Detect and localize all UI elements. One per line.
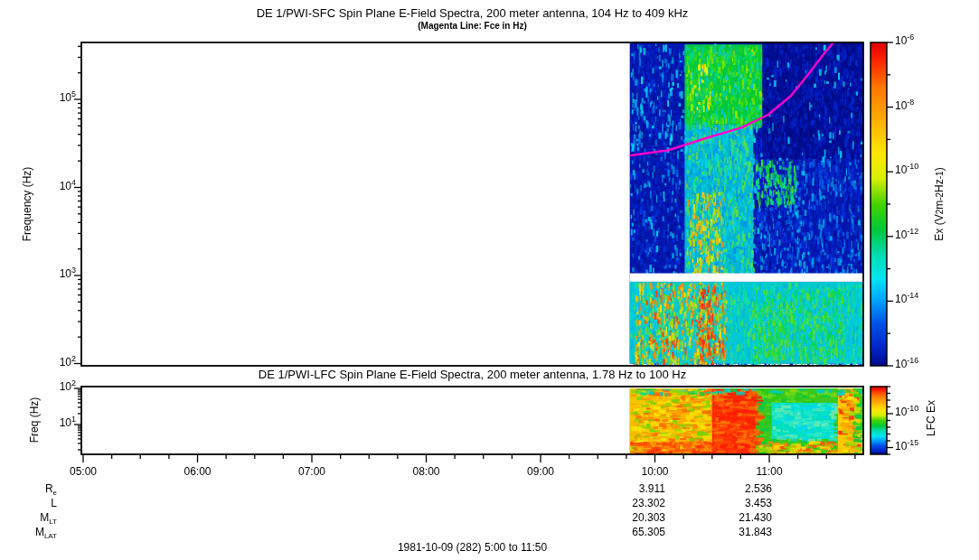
orbit-param-label: MLT — [0, 511, 57, 524]
x-tick-label: 11:00 — [742, 465, 796, 478]
date-range-label: 1981-10-09 (282) 5:00 to 11:50 — [81, 541, 863, 554]
orbit-param-value: 2.536 — [682, 482, 772, 495]
orbit-param-value: 31.843 — [682, 526, 772, 538]
sfc-y-tick-label: 104 — [36, 180, 76, 192]
x-tick-label: 07:00 — [285, 465, 339, 478]
lfc-colorbar-tick-label: 10-15 — [895, 440, 949, 453]
sfc-colorbar-tick-label: 10-14 — [895, 293, 949, 305]
x-tick-label: 06:00 — [171, 465, 225, 478]
lfc-title: DE 1/PWI-LFC Spin Plane E-Field Spectra,… — [81, 368, 863, 381]
sfc-colorbar-tick-label: 10-8 — [895, 99, 949, 112]
lfc-colorbar-tick-label: 10-10 — [895, 406, 949, 418]
sfc-y-axis-label: Frequency (Hz) — [18, 114, 36, 294]
orbit-param-value: 20.303 — [575, 511, 665, 524]
spectrogram-canvas — [0, 0, 979, 560]
lfc-y-tick-label: 102 — [36, 380, 76, 393]
sfc-colorbar-tick-label: 10-6 — [895, 34, 949, 47]
lfc-y-tick-label: 101 — [36, 416, 76, 429]
orbit-param-value: 65.305 — [575, 526, 665, 538]
orbit-param-label: L — [0, 497, 57, 509]
orbit-param-value: 21.430 — [682, 511, 772, 524]
x-tick-label: 09:00 — [513, 465, 568, 478]
orbit-param-value: 3.453 — [682, 497, 772, 509]
sfc-colorbar-tick-label: 10-12 — [895, 229, 949, 241]
sfc-title: DE 1/PWI-SFC Spin Plane E-Field Spectra,… — [81, 6, 863, 20]
sfc-y-tick-label: 102 — [36, 356, 76, 369]
orbit-param-value: 23.302 — [575, 497, 665, 509]
sfc-y-tick-label: 105 — [36, 91, 76, 104]
sfc-colorbar-label: Ex (V2 m-2 Hz-1) — [930, 96, 948, 313]
x-tick-label: 05:00 — [56, 465, 110, 478]
sfc-colorbar-tick-label: 10-16 — [895, 358, 949, 370]
orbit-param-label: Re — [0, 482, 57, 495]
sfc-subtitle: (Magenta Line: Fce in Hz) — [81, 21, 863, 31]
orbit-param-label: MLAT — [0, 526, 57, 538]
pwi-spectra-plot-page: DE 1/PWI-SFC Spin Plane E-Field Spectra,… — [0, 0, 979, 560]
x-tick-label: 08:00 — [400, 465, 454, 478]
orbit-param-value: 3.911 — [575, 482, 665, 495]
x-tick-label: 10:00 — [628, 465, 682, 478]
sfc-colorbar-tick-label: 10-10 — [895, 163, 949, 176]
sfc-y-tick-label: 103 — [36, 267, 76, 280]
